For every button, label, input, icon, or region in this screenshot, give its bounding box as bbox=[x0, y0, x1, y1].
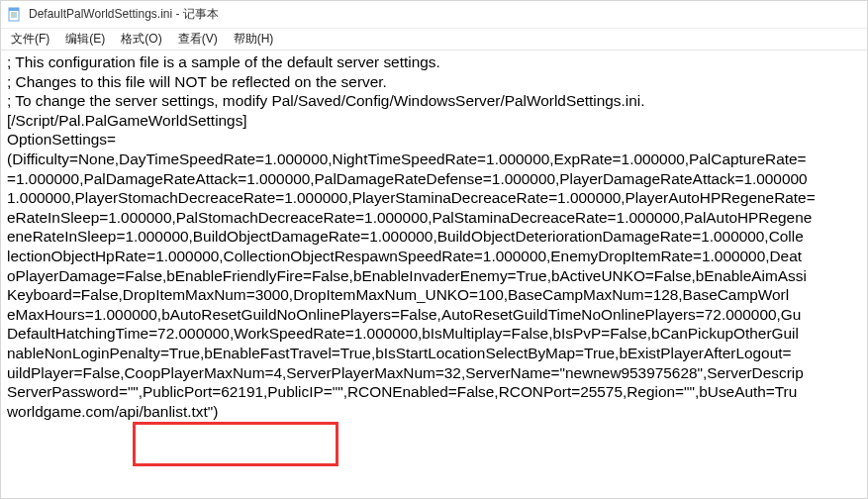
menu-help[interactable]: 帮助(H) bbox=[226, 29, 282, 50]
svg-rect-1 bbox=[9, 8, 19, 11]
menu-file[interactable]: 文件(F) bbox=[3, 29, 57, 50]
menubar: 文件(F) 编辑(E) 格式(O) 查看(V) 帮助(H) bbox=[1, 29, 867, 50]
titlebar[interactable]: DefaultPalWorldSettings.ini - 记事本 bbox=[1, 1, 867, 29]
editor-area[interactable]: ; This configuration file is a sample of… bbox=[1, 50, 867, 498]
window-title: DefaultPalWorldSettings.ini - 记事本 bbox=[29, 6, 219, 23]
menu-edit[interactable]: 编辑(E) bbox=[57, 29, 113, 50]
editor-text[interactable]: ; This configuration file is a sample of… bbox=[1, 50, 867, 498]
menu-format[interactable]: 格式(O) bbox=[113, 29, 169, 50]
notepad-icon bbox=[7, 7, 23, 23]
notepad-window: DefaultPalWorldSettings.ini - 记事本 文件(F) … bbox=[0, 0, 868, 499]
menu-view[interactable]: 查看(V) bbox=[170, 29, 226, 50]
